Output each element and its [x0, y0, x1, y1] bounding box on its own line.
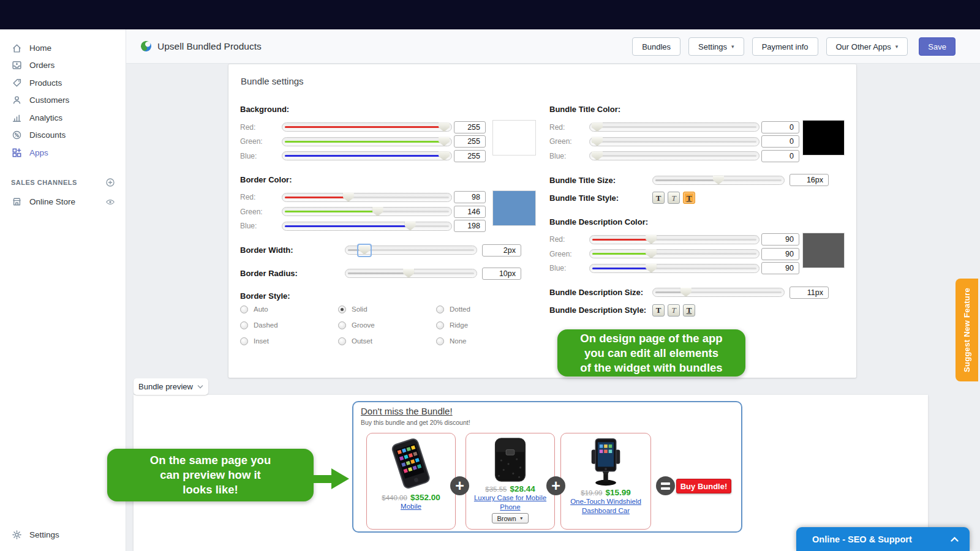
- sidebar-item-discounts[interactable]: Discounts: [0, 127, 126, 144]
- sidebar-item-orders[interactable]: Orders: [0, 57, 126, 75]
- border-radius-slider[interactable]: [345, 269, 477, 278]
- callout-line: looks like!: [107, 482, 314, 497]
- chevron-up-icon[interactable]: [951, 537, 959, 542]
- product-link-mobile[interactable]: Mobile: [401, 502, 421, 511]
- border-radius-input[interactable]: [482, 268, 521, 280]
- slider-handle[interactable]: [405, 222, 416, 231]
- radio-button[interactable]: [338, 321, 346, 329]
- background-green-input[interactable]: [454, 135, 486, 148]
- title-blue-slider[interactable]: [589, 151, 760, 160]
- title-red-slider[interactable]: [589, 122, 760, 132]
- title-red-input[interactable]: [761, 121, 799, 133]
- bundle-title-size-slider[interactable]: [652, 176, 785, 185]
- border-style-option-dotted[interactable]: Dotted: [436, 301, 534, 317]
- radio-button-checked[interactable]: [338, 305, 346, 313]
- description-green-slider[interactable]: [589, 249, 760, 258]
- slider-handle[interactable]: [646, 264, 657, 273]
- bundles-button[interactable]: Bundles: [632, 37, 680, 56]
- slider-handle[interactable]: [403, 269, 414, 278]
- slider-handle[interactable]: [592, 122, 603, 132]
- background-red-input[interactable]: [454, 121, 486, 133]
- radio-button[interactable]: [240, 305, 248, 313]
- slider-handle[interactable]: [646, 235, 657, 244]
- radio-button[interactable]: [436, 305, 444, 313]
- view-eye-icon[interactable]: [105, 197, 116, 208]
- suggest-new-feature-label: Suggest New Feature: [962, 288, 971, 372]
- product-link-windshield-mount[interactable]: One-Touch WindshieldDashboard Car: [570, 497, 641, 515]
- title-green-slider[interactable]: [589, 137, 760, 146]
- title-blue-input[interactable]: [761, 150, 799, 162]
- bundle-preview-tab[interactable]: Bundle preview: [134, 378, 208, 395]
- radio-button[interactable]: [240, 337, 248, 345]
- slider-handle[interactable]: [646, 249, 657, 258]
- description-underline-button[interactable]: T: [683, 304, 695, 317]
- sidebar-item-analytics[interactable]: Analytics: [0, 109, 126, 127]
- sidebar-item-customers[interactable]: Customers: [0, 92, 126, 110]
- border-style-option-solid[interactable]: Solid: [338, 301, 436, 317]
- slider-handle[interactable]: [439, 122, 450, 132]
- our-other-apps-dropdown-button[interactable]: Our Other Apps▾: [826, 37, 908, 56]
- bundle-title-size-input[interactable]: [790, 174, 829, 186]
- bundle-description-size-input[interactable]: [790, 287, 829, 299]
- radio-button[interactable]: [436, 337, 444, 345]
- description-blue-slider[interactable]: [589, 264, 760, 273]
- background-blue-slider[interactable]: [282, 151, 452, 160]
- bundle-description-size-slider[interactable]: [652, 288, 785, 297]
- background-red-slider[interactable]: [282, 122, 452, 132]
- slider-handle[interactable]: [592, 137, 603, 146]
- sidebar-item-settings[interactable]: Settings: [0, 529, 126, 540]
- slider-handle[interactable]: [343, 193, 354, 202]
- radio-button[interactable]: [436, 321, 444, 329]
- title-bold-button[interactable]: T: [652, 192, 665, 204]
- description-red-input[interactable]: [761, 233, 799, 246]
- payment-info-button[interactable]: Payment info: [752, 37, 818, 56]
- description-red-slider[interactable]: [589, 235, 760, 244]
- border-style-option-dashed[interactable]: Dashed: [240, 317, 338, 333]
- border-style-option-auto[interactable]: Auto: [240, 301, 338, 317]
- title-green-input[interactable]: [761, 135, 799, 148]
- save-button[interactable]: Save: [919, 37, 956, 56]
- sidebar-item-products[interactable]: Products: [0, 74, 126, 92]
- description-italic-button[interactable]: T: [668, 304, 680, 317]
- border-style-option-groove[interactable]: Groove: [338, 317, 436, 333]
- border-blue-slider[interactable]: [282, 222, 452, 231]
- variant-select[interactable]: Brown ▼: [492, 513, 529, 523]
- settings-dropdown-button[interactable]: Settings▾: [688, 37, 744, 56]
- bundle-description-color-label: Bundle Description Color:: [549, 217, 845, 227]
- title-italic-button[interactable]: T: [668, 192, 680, 204]
- border-blue-input[interactable]: [454, 220, 486, 232]
- description-green-input[interactable]: [761, 248, 799, 260]
- sidebar-item-online-store[interactable]: Online Store: [0, 193, 126, 211]
- border-red-input[interactable]: [454, 191, 486, 203]
- border-green-input[interactable]: [454, 206, 486, 218]
- border-style-option-outset[interactable]: Outset: [338, 333, 436, 349]
- radio-button[interactable]: [240, 321, 248, 329]
- slider-handle[interactable]: [372, 207, 383, 216]
- suggest-new-feature-tab[interactable]: Suggest New Feature: [956, 279, 978, 381]
- border-red-slider[interactable]: [282, 193, 452, 202]
- border-width-slider[interactable]: [345, 246, 477, 255]
- radio-button[interactable]: [338, 337, 346, 345]
- border-green-slider[interactable]: [282, 207, 452, 216]
- support-chat-bar[interactable]: Online - SEO & Support: [796, 527, 970, 551]
- slider-handle[interactable]: [713, 176, 724, 185]
- equals-badge-icon: [656, 476, 675, 495]
- background-blue-input[interactable]: [454, 150, 486, 162]
- background-green-slider[interactable]: [282, 137, 452, 146]
- title-underline-button-active[interactable]: T: [683, 192, 695, 204]
- border-width-input[interactable]: [482, 244, 521, 257]
- description-bold-button[interactable]: T: [652, 304, 665, 317]
- slider-handle[interactable]: [439, 151, 450, 160]
- buy-bundle-button[interactable]: Buy Bundle!: [676, 479, 731, 493]
- product-link-luxury-case[interactable]: Luxury Case for MobilePhone: [474, 493, 546, 512]
- slider-handle[interactable]: [592, 151, 603, 160]
- slider-handle[interactable]: [439, 137, 450, 146]
- sidebar-item-home[interactable]: Home: [0, 39, 126, 57]
- border-style-option-inset[interactable]: Inset: [240, 333, 338, 349]
- slider-handle[interactable]: [680, 288, 692, 297]
- border-style-option-none[interactable]: None: [436, 333, 534, 349]
- description-blue-input[interactable]: [761, 262, 799, 274]
- add-channel-plus-icon[interactable]: [105, 177, 116, 188]
- border-style-option-ridge[interactable]: Ridge: [436, 317, 534, 333]
- sidebar-item-apps[interactable]: Apps: [0, 144, 126, 162]
